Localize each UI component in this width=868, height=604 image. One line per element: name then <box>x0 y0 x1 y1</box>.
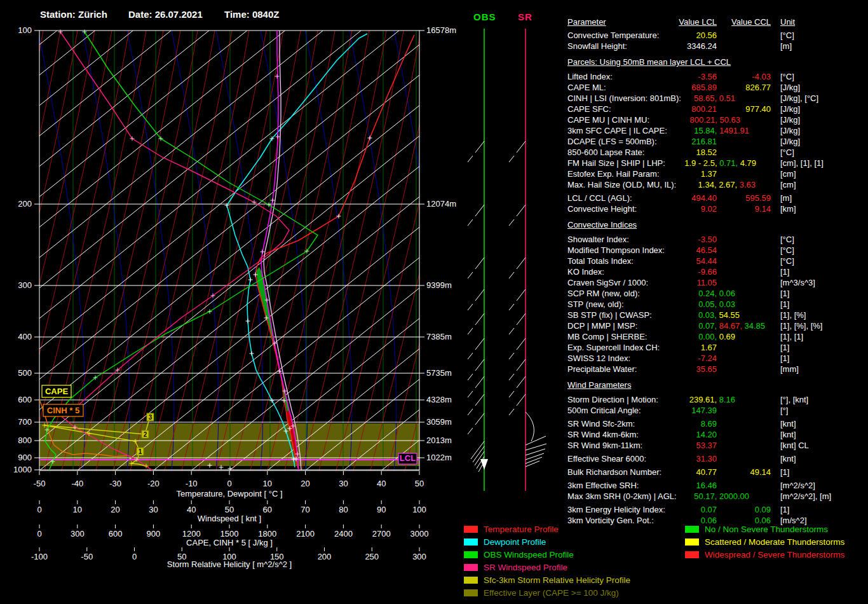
row-label: CAPE ML: <box>567 82 695 93</box>
row-value <box>717 158 771 168</box>
row-label: LCL / CCL (AGL): <box>567 193 695 203</box>
row-unit: [knt] <box>780 453 796 464</box>
axis-tick-label: 40 <box>377 479 386 488</box>
pressure-label: 800 <box>18 436 32 445</box>
row-label: Precipitable Water: <box>567 364 695 374</box>
obs-arrowhead-icon <box>480 459 488 470</box>
row-value <box>717 114 771 125</box>
table-row: Max 3km SRH (0-2km) | AGL:50.17, 2000.00… <box>567 491 866 502</box>
table-row: Craven SigSvr / 1000:11.05[m^3/s^3] <box>567 277 866 288</box>
table-row: Snowfall Height:3346.24[m] <box>567 41 866 51</box>
table-row: KO Index:-9.66[1] <box>567 266 866 277</box>
row-label: Max 3km SRH (0-2km) | AGL: <box>567 491 695 502</box>
row-value <box>717 125 771 136</box>
axis-tick-label: 1200 <box>182 529 201 539</box>
legend-swatch-icon <box>685 539 699 546</box>
row-label: Max. Hail Size (OLD, MU, IL): <box>567 179 695 190</box>
table-row: Convective Temperature:20.56[°C] <box>567 30 866 41</box>
height-label: 2013m <box>426 436 452 445</box>
row-value: 685.89 <box>695 82 717 93</box>
row-value <box>717 331 771 342</box>
row-value <box>717 256 771 266</box>
lcl-label: LCL <box>400 453 416 463</box>
axis-title: Windspeed [ knt ] <box>198 514 261 523</box>
row-value <box>717 394 771 405</box>
row-value: 0.24, 0.06 <box>695 288 717 299</box>
table-row: CAPE ML:685.89826.77[J/kg] <box>567 82 866 93</box>
pressure-label: 700 <box>18 417 32 427</box>
row-value: 11.05 <box>695 277 717 288</box>
pressure-label: 200 <box>18 199 32 209</box>
legend-label: Effective Layer (CAPE >= 100 J/kg) <box>484 588 619 598</box>
row-value: 1.37 <box>695 168 717 179</box>
axis-title: Storm Relative Helicity [ m^2/s^2 ] <box>167 559 292 569</box>
table-row: Lifted Index:-3.56-4.03[°C] <box>567 71 866 82</box>
row-unit: [°C] <box>780 71 794 82</box>
row-label: KO Index: <box>567 266 695 277</box>
table-row: CINH | LSI (Inversion: 801mB):58.65, 0.5… <box>567 93 866 104</box>
row-value <box>717 147 771 158</box>
legend-label: Widespread / Severe Thunderstorms <box>705 550 844 559</box>
row-value: 49.14 <box>717 467 771 477</box>
height-label: 12074m <box>426 199 456 209</box>
pressure-label: 300 <box>18 280 32 290</box>
row-label: Total Totals Index: <box>567 256 695 266</box>
table-row: SR Wind 4km-6km:14.20[knt] <box>567 429 866 440</box>
table-row: CAPE SFC:800.21977.40[J/kg] <box>567 104 866 114</box>
legend-swatch-icon <box>464 564 478 571</box>
row-label: Convective Height: <box>567 203 695 214</box>
row-value: -7.24 <box>695 353 717 364</box>
row-unit: [m] <box>780 193 792 203</box>
row-value <box>717 364 771 374</box>
row-value <box>717 440 771 451</box>
row-value: 40.77 <box>695 467 717 477</box>
row-label: Bulk Richardson Number: <box>567 467 695 477</box>
row-value: 239.61, 8.16 <box>695 394 717 405</box>
legend-item: Temperature Profile <box>464 523 630 535</box>
legend-swatch-icon <box>464 589 478 596</box>
row-label: 3km Effective SRH: <box>567 480 695 491</box>
row-label: SR Wind 4km-6km: <box>567 429 695 440</box>
legend-item: Dewpoint Profile <box>464 535 630 548</box>
axis-tick-label: 60 <box>263 505 272 514</box>
table-row: Max. Hail Size (OLD, MU, IL):1.34, 2.67,… <box>567 179 866 190</box>
row-unit: [1], [%] <box>780 310 806 320</box>
row-label: Lifted Index: <box>567 71 695 82</box>
row-unit: [knt] <box>780 429 796 440</box>
table-row: 500m Critical Angle:147.39[°] <box>567 405 866 416</box>
table-header-row: Parameter Value LCL Value CCL Unit <box>567 17 866 27</box>
row-value: 1.67 <box>695 342 717 353</box>
row-value: 14.20 <box>695 429 717 440</box>
legend-label: Dewpoint Profile <box>484 537 546 547</box>
table-row: Effective Shear 6000:31.30[knt] <box>567 453 866 464</box>
axis-tick-label: 300 <box>412 552 426 561</box>
legend-item: No / Non Severe Thunderstorms <box>685 523 844 535</box>
legend-swatch-icon <box>464 526 478 533</box>
axis-tick-label: 1500 <box>220 529 239 539</box>
row-value: 50.17, 2000.00 <box>695 491 717 502</box>
row-label: 3km Energy Helicity Index: <box>567 504 695 515</box>
legend-item: SR Windspeed Profile <box>464 561 630 573</box>
axis-tick-label: -30 <box>109 479 121 488</box>
row-label: 850-600 Lapse Rate: <box>567 147 695 158</box>
axis-tick-label: 80 <box>339 505 348 514</box>
row-value: 9.14 <box>717 203 771 214</box>
pressure-label: 100 <box>18 25 32 35</box>
legend-label: Scattered / Moderate Thunderstorms <box>705 537 844 547</box>
row-value <box>717 136 771 147</box>
row-value: 147.39 <box>695 405 717 416</box>
table-row: SR Wind 9km-11km:53.37[knt] CL <box>567 440 866 451</box>
table-row: SR Wind Sfc-2km:8.69[knt] <box>567 418 866 429</box>
table-row: 3km Effective SRH:16.46[m^2/s^2] <box>567 480 866 491</box>
row-unit: [°C] <box>780 256 794 266</box>
row-label: Storm Direction | Motion: <box>567 394 695 405</box>
axis-tick-label: -40 <box>71 479 83 488</box>
row-unit: [1] <box>780 504 789 515</box>
row-label: STP (new, old): <box>567 299 695 310</box>
svg-text:3: 3 <box>149 414 153 421</box>
table-body: Convective Temperature:20.56[°C]Snowfall… <box>567 27 866 526</box>
height-label: 1022m <box>426 453 452 462</box>
legend-swatch-icon <box>685 551 699 558</box>
height-label: 3059m <box>426 417 452 427</box>
row-unit: [cm], [1], [1] <box>780 158 824 168</box>
